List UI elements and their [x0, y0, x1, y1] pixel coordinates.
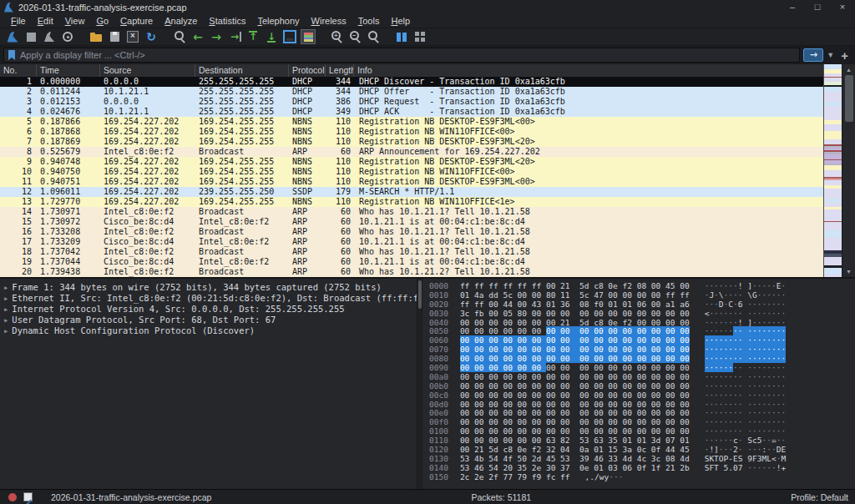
close-button[interactable]: ×	[830, 0, 855, 14]
status-bar: 2026-01-31-traffic-analysis-exercise.pca…	[0, 489, 855, 504]
restart-capture-icon[interactable]	[42, 29, 57, 44]
window-controls: –□×	[780, 0, 855, 14]
detail-tree-item[interactable]: ▸Internet Protocol Version 4, Src: 0.0.0…	[3, 304, 417, 315]
packet-row[interactable]: 30.0121530.0.0.0255.255.255.255DHCP386DH…	[0, 97, 823, 107]
packet-row[interactable]: 80.525679Intel_c8:0e:f2BroadcastARP60ARP…	[0, 147, 823, 157]
zoom-normal-icon[interactable]	[366, 29, 381, 44]
scroll-down-icon[interactable]: ▼	[846, 266, 852, 277]
hex-row[interactable]: 01502c 2e 2f 77 79 f9 fc ff,./wy···	[429, 473, 855, 482]
window-title: 2026-01-31-traffic-analysis-exercise.pca…	[18, 3, 187, 13]
expand-arrow-icon[interactable]: ▸	[3, 304, 8, 314]
bookmark-icon[interactable]	[8, 50, 15, 60]
menu-edit[interactable]: Edit	[32, 16, 59, 26]
display-filter-input[interactable]: Apply a display filter ... <Ctrl-/>	[3, 48, 800, 63]
menu-statistics[interactable]: Statistics	[203, 16, 251, 26]
packet-list-header: No.TimeSourceDestinationProtocolLengthIn…	[0, 64, 823, 77]
packet-row[interactable]: 191.737044Cisco_be:8c:d4Intel_c8:0e:f2AR…	[0, 257, 823, 267]
expand-arrow-icon[interactable]: ▸	[3, 293, 8, 303]
stop-capture-icon[interactable]	[23, 29, 38, 44]
packet-row[interactable]: 40.02467610.1.21.1255.255.255.255DHCP349…	[0, 107, 823, 117]
column-header-info[interactable]: Info	[354, 64, 823, 77]
filter-dropdown-caret[interactable]: ▼	[827, 51, 834, 59]
column-header-time[interactable]: Time	[37, 64, 100, 77]
packet-minimap[interactable]	[823, 64, 842, 277]
menu-telephony[interactable]: Telephony	[251, 16, 305, 26]
colorize-icon[interactable]	[301, 29, 316, 44]
fit-columns-icon[interactable]	[412, 29, 428, 44]
minimize-button[interactable]: –	[780, 0, 805, 14]
go-to-last-icon[interactable]	[264, 29, 279, 44]
packet-row[interactable]: 151.730972Cisco_be:8c:d4Intel_c8:0e:f2AR…	[0, 217, 823, 227]
expand-arrow-icon[interactable]: ▸	[3, 325, 8, 335]
menu-analyze[interactable]: Analyze	[159, 16, 203, 26]
go-forward-icon[interactable]	[209, 29, 224, 44]
packet-row[interactable]: 161.733208Intel_c8:0e:f2BroadcastARP60Wh…	[0, 227, 823, 237]
details-scrollbar[interactable]	[417, 279, 422, 489]
detail-tree-item[interactable]: ▸Frame 1: 344 bytes on wire (2752 bits),…	[3, 282, 417, 293]
expand-arrow-icon[interactable]: ▸	[3, 282, 8, 292]
open-file-icon[interactable]	[89, 29, 104, 44]
capture-options-icon[interactable]	[60, 29, 75, 44]
status-profile[interactable]: Profile: Default	[791, 492, 848, 502]
column-header-destination[interactable]: Destination	[195, 64, 289, 77]
packet-row[interactable]: 121.096011169.254.227.202239.255.255.250…	[0, 187, 823, 197]
menu-help[interactable]: Help	[385, 16, 416, 26]
packet-row[interactable]: 60.187868169.254.227.202169.254.255.255N…	[0, 127, 823, 137]
maximize-button[interactable]: □	[805, 0, 830, 14]
packet-row[interactable]: 100.940750169.254.227.202169.254.255.255…	[0, 167, 823, 177]
save-file-icon[interactable]	[107, 29, 122, 44]
go-to-first-icon[interactable]	[245, 29, 261, 44]
packet-row[interactable]: 90.940748169.254.227.202169.254.255.255N…	[0, 157, 823, 167]
wireshark-logo-icon	[4, 3, 13, 13]
packet-row[interactable]: 201.739438Intel_c8:0e:f2BroadcastARP60Wh…	[0, 267, 823, 277]
packet-row[interactable]: 131.729770169.254.227.202169.254.255.255…	[0, 197, 823, 207]
menu-file[interactable]: File	[5, 16, 32, 26]
packet-row[interactable]: 10.0000000.0.0.0255.255.255.255DHCP344DH…	[0, 77, 823, 87]
expand-arrow-icon[interactable]: ▸	[3, 315, 8, 325]
add-filter-button[interactable]: +	[837, 49, 852, 62]
go-back-icon[interactable]	[190, 29, 205, 44]
scrollbar-thumb[interactable]	[845, 75, 853, 122]
capture-comment-icon[interactable]	[23, 492, 33, 501]
packet-bytes-pane: 0000ff ff ff ff ff ff 00 21 5d c8 0e f2 …	[422, 279, 855, 489]
detail-tree-item[interactable]: ▸User Datagram Protocol, Src Port: 68, D…	[3, 315, 417, 325]
column-header-length[interactable]: Length	[326, 64, 354, 77]
resize-columns-icon[interactable]	[394, 29, 409, 44]
filter-bar: Apply a display filter ... <Ctrl-/> → ▼ …	[0, 46, 855, 64]
packet-row[interactable]: 20.01124410.1.21.1255.255.255.255DHCP344…	[0, 87, 823, 97]
go-to-packet-icon[interactable]	[227, 29, 242, 44]
packet-row[interactable]: 171.733209Cisco_be:8c:d4Intel_c8:0e:f2AR…	[0, 237, 823, 247]
packet-row[interactable]: 70.187869169.254.227.202169.254.255.255N…	[0, 137, 823, 147]
wireshark-window: 2026-01-31-traffic-analysis-exercise.pca…	[0, 0, 855, 504]
column-header-source[interactable]: Source	[100, 64, 195, 77]
zoom-out-icon[interactable]: −	[347, 29, 362, 44]
packet-list-scrollbar[interactable]: ▲ ▼	[842, 64, 855, 277]
close-file-icon[interactable]	[125, 29, 140, 44]
apply-filter-button[interactable]: →	[803, 48, 823, 62]
filter-placeholder: Apply a display filter ... <Ctrl-/>	[20, 50, 145, 60]
menu-tools[interactable]: Tools	[352, 16, 386, 26]
reload-file-icon[interactable]	[144, 29, 159, 44]
column-header-protocol[interactable]: Protocol	[289, 64, 326, 77]
packet-row[interactable]: 181.737042Intel_c8:0e:f2BroadcastARP60Wh…	[0, 247, 823, 257]
start-capture-icon[interactable]	[5, 29, 20, 44]
menu-capture[interactable]: Capture	[114, 16, 159, 26]
main-toolbar: +−	[0, 28, 855, 46]
detail-tree-item[interactable]: ▸Dynamic Host Configuration Protocol (Di…	[3, 325, 417, 336]
scroll-up-icon[interactable]: ▲	[846, 64, 852, 75]
status-filename: 2026-01-31-traffic-analysis-exercise.pca…	[51, 492, 211, 502]
menu-view[interactable]: View	[59, 16, 91, 26]
find-packet-icon[interactable]	[172, 29, 187, 44]
menu-go[interactable]: Go	[90, 16, 114, 26]
detail-tree-item[interactable]: ▸Ethernet II, Src: Intel_c8:0e:f2 (00:21…	[3, 293, 417, 304]
expert-info-icon[interactable]	[8, 493, 17, 501]
packet-row[interactable]: 110.940751169.254.227.202169.254.255.255…	[0, 177, 823, 187]
packet-row[interactable]: 50.187866169.254.227.202169.254.255.255N…	[0, 117, 823, 127]
column-header-no[interactable]: No.	[0, 64, 37, 77]
menu-wireless[interactable]: Wireless	[306, 16, 352, 26]
packet-row[interactable]: 141.730971Intel_c8:0e:f2BroadcastARP60Wh…	[0, 207, 823, 217]
zoom-in-icon[interactable]: +	[329, 29, 344, 44]
packet-list-body: 10.0000000.0.0.0255.255.255.255DHCP344DH…	[0, 77, 823, 277]
title-bar: 2026-01-31-traffic-analysis-exercise.pca…	[0, 0, 855, 14]
auto-scroll-icon[interactable]	[282, 29, 297, 44]
